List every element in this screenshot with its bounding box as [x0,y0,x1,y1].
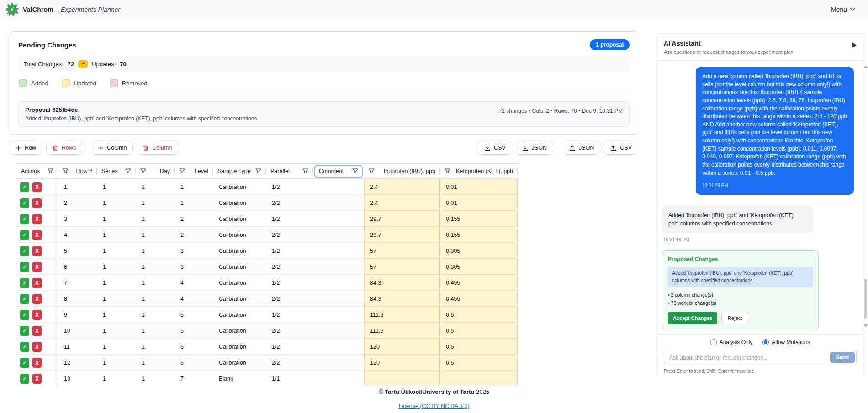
cell-row[interactable]: 5 [58,243,97,259]
cell-day[interactable]: 1 [136,179,175,195]
reject-row-button[interactable]: X [32,358,42,368]
cell-parallel[interactable]: 1/2 [266,211,313,227]
cell-comment[interactable] [313,291,364,307]
cell-parallel[interactable]: 1/2 [266,307,313,323]
download-json-button[interactable]: JSON [516,141,553,155]
cell-series[interactable]: 1 [97,211,136,227]
cell-parallel[interactable]: 1/2 [266,243,313,259]
cell-ket[interactable]: 0.155 [440,227,518,243]
cell-ibu[interactable]: 120 [364,355,440,371]
cell-ket[interactable]: 0.5 [440,355,518,371]
cell-day[interactable]: 1 [136,275,175,291]
cell-ket[interactable]: 0.5 [440,307,518,323]
cell-row[interactable]: 6 [58,259,97,275]
cell-sample_type[interactable]: Calibration [213,323,266,339]
filter-funnel-icon[interactable] [179,168,185,174]
cell-comment[interactable] [313,259,364,275]
cell-level[interactable]: 4 [175,291,213,307]
reject-row-button[interactable]: X [32,246,42,256]
cell-row[interactable]: 12 [58,355,97,371]
add-row-button[interactable]: Row [10,141,42,155]
cell-level[interactable]: 7 [175,371,213,386]
cell-comment[interactable] [313,211,364,227]
reject-row-button[interactable]: X [32,198,42,208]
download-csv-button[interactable]: CSV [478,141,512,155]
cell-day[interactable]: 1 [136,195,175,211]
reject-row-button[interactable]: X [32,278,42,288]
cell-parallel[interactable]: 2/2 [266,355,313,371]
cell-series[interactable]: 1 [97,179,136,195]
cell-day[interactable]: 1 [136,323,175,339]
accept-changes-button[interactable]: Accept Changes [668,312,717,324]
cell-ibu[interactable]: 111.6 [364,323,440,339]
cell-series[interactable]: 1 [97,259,136,275]
cell-ket[interactable]: 0.305 [440,243,518,259]
cell-ket[interactable]: 0.5 [440,323,518,339]
cell-level[interactable]: 3 [175,259,213,275]
cell-parallel[interactable]: 2/2 [266,227,313,243]
accept-row-button[interactable]: ✓ [20,358,29,368]
cell-ket[interactable]: 0.455 [440,275,518,291]
accept-row-button[interactable]: ✓ [20,342,29,352]
filter-funnel-icon[interactable] [125,168,131,174]
reject-row-button[interactable]: X [32,326,42,336]
cell-sample_type[interactable]: Calibration [213,195,266,211]
cell-ibu[interactable]: 29.7 [364,211,440,227]
reject-row-button[interactable]: X [32,374,42,384]
upload-csv-button[interactable]: CSV [604,141,638,155]
cell-series[interactable]: 1 [97,275,136,291]
cell-row[interactable]: 10 [58,323,97,339]
cell-series[interactable]: 1 [97,291,136,307]
cell-ibu[interactable]: 29.7 [364,227,440,243]
cell-level[interactable]: 5 [175,307,213,323]
cell-series[interactable]: 1 [97,339,136,355]
cell-ket[interactable]: 0.5 [440,339,518,355]
cell-comment[interactable] [313,355,364,371]
cell-parallel[interactable]: 1/2 [266,339,313,355]
cell-comment[interactable] [313,323,364,339]
cell-level[interactable]: 4 [175,275,213,291]
cell-series[interactable]: 1 [97,355,136,371]
delete-column-button[interactable]: Column [137,141,178,155]
cell-day[interactable]: 1 [136,227,175,243]
accept-row-button[interactable]: ✓ [20,310,29,320]
scroll-down-arrow-icon[interactable] [864,324,868,327]
proposal-item[interactable]: Proposal 625fb4de Added 'Ibuprofen (IBU)… [18,101,630,127]
cell-row[interactable]: 11 [58,339,97,355]
accept-row-button[interactable]: ✓ [20,214,29,224]
cell-series[interactable]: 1 [97,243,136,259]
cell-comment[interactable] [313,179,364,195]
cell-sample_type[interactable]: Calibration [213,259,266,275]
cell-level[interactable]: 6 [175,339,213,355]
radio-button-icon[interactable] [710,339,717,345]
cell-ibu[interactable]: 84.3 [364,291,440,307]
column-header-ibu[interactable]: Ibuprofen (IBU), ppb [364,164,440,178]
filter-funnel-icon[interactable] [255,168,261,174]
cell-sample_type[interactable]: Calibration [213,243,266,259]
cell-sample_type[interactable]: Calibration [213,227,266,243]
filter-funnel-icon[interactable] [369,168,375,174]
cell-parallel[interactable]: 1/2 [266,179,313,195]
cell-row[interactable]: 7 [58,275,97,291]
column-header-row[interactable]: Row # [58,164,97,178]
collapse-panel-icon[interactable] [852,42,857,48]
cell-day[interactable]: 1 [136,339,175,355]
cell-ket[interactable]: 0.155 [440,211,518,227]
menu-button[interactable]: Menu [831,6,855,13]
cell-day[interactable]: 1 [136,371,175,386]
cell-row[interactable]: 9 [58,307,97,323]
cell-level[interactable]: 2 [175,227,213,243]
cell-level[interactable]: 2 [175,211,213,227]
reject-row-button[interactable]: X [32,294,42,304]
accept-row-button[interactable]: ✓ [20,374,29,384]
reject-row-button[interactable]: X [32,182,42,192]
accept-row-button[interactable]: ✓ [20,198,29,208]
cell-day[interactable]: 1 [136,211,175,227]
cell-ibu[interactable] [364,371,440,386]
column-header-series[interactable]: Series [97,164,136,178]
cell-ibu[interactable]: 120 [364,339,440,355]
cell-parallel[interactable]: 2/2 [266,291,313,307]
cell-level[interactable]: 3 [175,243,213,259]
cell-sample_type[interactable]: Calibration [213,355,266,371]
cell-sample_type[interactable]: Calibration [213,291,266,307]
